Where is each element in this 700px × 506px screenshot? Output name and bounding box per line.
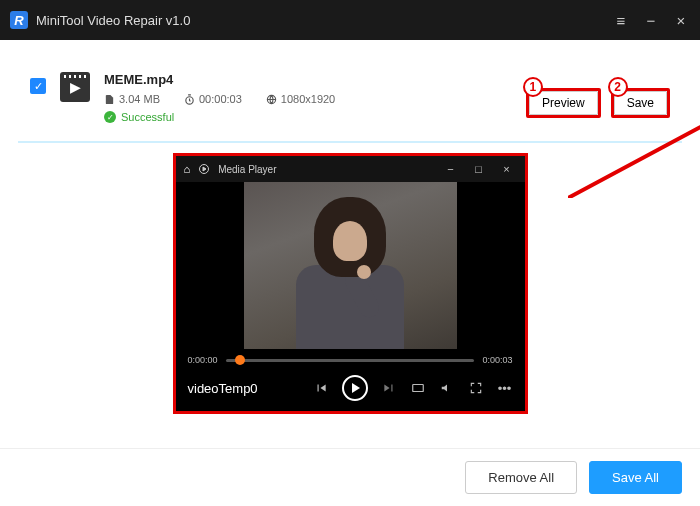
player-titlebar: ⌂ Media Player − □ ×: [176, 156, 525, 182]
seek-handle[interactable]: [235, 355, 245, 365]
media-player-annotation: ⌂ Media Player − □ ×: [173, 153, 528, 414]
player-minimize-icon[interactable]: −: [441, 163, 461, 175]
play-icon[interactable]: [342, 375, 368, 401]
app-title: MiniTool Video Repair v1.0: [36, 13, 604, 28]
player-home-icon[interactable]: ⌂: [184, 163, 191, 175]
save-all-button[interactable]: Save All: [589, 461, 682, 494]
callout-badge-2: 2: [608, 77, 628, 97]
player-app-icon: [198, 163, 210, 175]
callout-badge-1: 1: [523, 77, 543, 97]
time-current: 0:00:00: [188, 355, 218, 365]
file-status: ✓ Successful: [104, 111, 512, 123]
status-text: Successful: [121, 111, 174, 123]
player-close-icon[interactable]: ×: [497, 163, 517, 175]
media-player-window: ⌂ Media Player − □ ×: [176, 156, 525, 411]
titlebar: R MiniTool Video Repair v1.0 ≡ − ×: [0, 0, 700, 40]
previous-icon[interactable]: [313, 380, 329, 396]
file-info: MEME.mp4 3.04 MB 00:00:03 1080x1920 ✓ Su…: [104, 72, 512, 123]
video-frame: [244, 182, 457, 349]
fullscreen-icon[interactable]: [468, 380, 484, 396]
player-maximize-icon[interactable]: □: [469, 163, 489, 175]
file-card: ✓ ▶ MEME.mp4 3.04 MB 00:00:03 1080x1920: [18, 58, 682, 137]
seek-bar[interactable]: [226, 359, 475, 362]
file-checkbox[interactable]: ✓: [30, 78, 46, 94]
success-icon: ✓: [104, 111, 116, 123]
callout-save: 2 Save: [611, 88, 670, 118]
video-file-icon: ▶: [60, 72, 90, 102]
player-controls: 0:00:00 0:00:03 videoTemp0: [176, 349, 525, 411]
file-resolution: 1080x1920: [281, 93, 335, 105]
fit-icon[interactable]: [410, 380, 426, 396]
next-icon[interactable]: [381, 380, 397, 396]
duration-icon: [184, 94, 195, 105]
menu-icon[interactable]: ≡: [612, 12, 630, 29]
app-logo: R: [10, 11, 28, 29]
app-window: R MiniTool Video Repair v1.0 ≡ − × ✓ ▶ M…: [0, 0, 700, 506]
content-area: ✓ ▶ MEME.mp4 3.04 MB 00:00:03 1080x1920: [0, 40, 700, 448]
callout-preview: 1 Preview: [526, 88, 601, 118]
player-title: Media Player: [218, 164, 432, 175]
file-name: MEME.mp4: [104, 72, 512, 87]
time-total: 0:00:03: [482, 355, 512, 365]
size-icon: [104, 94, 115, 105]
volume-icon[interactable]: [439, 380, 455, 396]
file-meta: 3.04 MB 00:00:03 1080x1920: [104, 93, 512, 105]
minimize-icon[interactable]: −: [642, 12, 660, 29]
resolution-icon: [266, 94, 277, 105]
more-icon[interactable]: •••: [497, 380, 513, 396]
close-icon[interactable]: ×: [672, 12, 690, 29]
video-title: videoTemp0: [188, 381, 258, 396]
file-size: 3.04 MB: [119, 93, 160, 105]
svg-rect-3: [412, 385, 423, 392]
player-viewport[interactable]: [176, 182, 525, 349]
footer: Remove All Save All: [0, 448, 700, 506]
separator: [18, 141, 682, 143]
remove-all-button[interactable]: Remove All: [465, 461, 577, 494]
file-duration: 00:00:03: [199, 93, 242, 105]
